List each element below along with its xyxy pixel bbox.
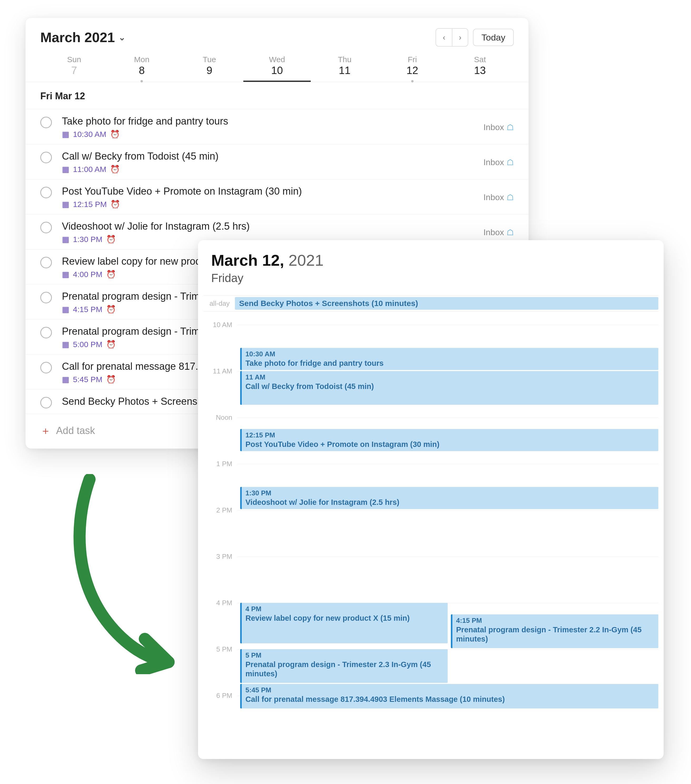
date-number: 12 [378, 64, 446, 76]
event-title: Take photo for fridge and pantry tours [245, 359, 655, 368]
calendar-icon: ▦ [62, 375, 69, 384]
weekday-label: Tue [176, 55, 243, 64]
hour-label: 1 PM [198, 460, 232, 468]
task-time: 11:00 AM [73, 165, 106, 174]
hour-label: 3 PM [198, 552, 232, 561]
week-day[interactable]: Sun7 [40, 54, 108, 82]
hour-gridline [237, 510, 658, 511]
calendar-event[interactable]: 5 PMPrenatal program design - Trimester … [240, 649, 448, 683]
section-date-label: Fri Mar 12 [26, 82, 528, 109]
calendar-event[interactable]: 10:30 AMTake photo for fridge and pantry… [240, 348, 658, 370]
task-checkbox[interactable] [40, 362, 52, 374]
task-checkbox[interactable] [40, 152, 52, 163]
calendar-event[interactable]: 4:15 PMPrenatal program design - Trimest… [451, 614, 658, 648]
task-project[interactable]: Inbox☖ [484, 227, 514, 237]
task-checkbox[interactable] [40, 257, 52, 268]
inbox-tray-icon: ☖ [507, 193, 514, 202]
calendar-grid[interactable]: 10 AM11 AMNoon1 PM2 PM3 PM4 PM5 PM6 PM10… [198, 317, 664, 759]
calendar-date-year: 2021 [284, 252, 324, 269]
week-day[interactable]: Tue9 [176, 54, 243, 82]
task-body: Take photo for fridge and pantry tours▦1… [62, 115, 478, 139]
calendar-weekday: Friday [211, 272, 650, 285]
alarm-icon: ⏰ [106, 270, 116, 279]
calendar-icon: ▦ [62, 305, 69, 314]
calendar-icon: ▦ [62, 165, 69, 174]
calendar-event[interactable]: 11 AMCall w/ Becky from Todoist (45 min) [240, 371, 658, 405]
task-time: 1:30 PM [73, 235, 102, 244]
hour-label: 10 AM [198, 321, 232, 329]
event-title: Call w/ Becky from Todoist (45 min) [245, 382, 655, 391]
date-number: 7 [40, 64, 108, 76]
event-time: 5:45 PM [245, 686, 655, 694]
next-week-button[interactable]: › [452, 29, 468, 46]
week-day[interactable]: Fri12 [378, 54, 446, 82]
calendar-icon: ▦ [62, 199, 69, 209]
task-title: Call w/ Becky from Todoist (45 min) [62, 151, 478, 162]
task-checkbox[interactable] [40, 187, 52, 198]
inbox-tray-icon: ☖ [507, 123, 514, 132]
calendar-header: March 12, 2021 Friday [198, 240, 664, 290]
month-title: March 2021 [40, 30, 115, 45]
event-title: Post YouTube Video + Promote on Instagra… [245, 440, 655, 449]
task-checkbox[interactable] [40, 327, 52, 338]
task-checkbox[interactable] [40, 397, 52, 408]
calendar-event[interactable]: 5:45 PMCall for prenatal message 817.394… [240, 684, 658, 708]
calendar-event[interactable]: 12:15 PMPost YouTube Video + Promote on … [240, 429, 658, 451]
task-time: 4:15 PM [73, 305, 102, 314]
task-time: 4:00 PM [73, 270, 102, 279]
task-title: Videoshoot w/ Jolie for Instagram (2.5 h… [62, 221, 478, 232]
event-time: 12:15 PM [245, 431, 655, 439]
event-time: 10:30 AM [245, 350, 655, 358]
add-task-label: Add task [56, 425, 95, 436]
month-selector[interactable]: March 2021 ⌄ [40, 30, 126, 45]
event-title: Prenatal program design - Trimester 2.2 … [456, 625, 655, 644]
calendar-icon: ▦ [62, 270, 69, 279]
hour-label: Noon [198, 413, 232, 422]
task-meta: ▦11:00 AM⏰ [62, 165, 478, 174]
all-day-event[interactable]: Send Becky Photos + Screenshots (10 minu… [235, 297, 658, 310]
event-time: 5 PM [245, 651, 444, 659]
calendar-event[interactable]: 4 PMReview label copy for new product X … [240, 603, 448, 643]
weekday-label: Sat [446, 55, 514, 64]
task-row[interactable]: Take photo for fridge and pantry tours▦1… [26, 109, 528, 144]
hour-gridline [237, 417, 658, 418]
hour-label: 5 PM [198, 645, 232, 653]
calendar-event[interactable]: 1:30 PMVideoshoot w/ Jolie for Instagram… [240, 487, 658, 509]
week-day[interactable]: Thu11 [311, 54, 378, 82]
week-day[interactable]: Sat13 [446, 54, 514, 82]
task-checkbox[interactable] [40, 222, 52, 233]
inbox-tray-icon: ☖ [507, 228, 514, 237]
date-number: 10 [243, 64, 311, 76]
week-day[interactable]: Mon8 [108, 54, 176, 82]
weekday-label: Wed [243, 55, 311, 64]
today-button[interactable]: Today [473, 29, 514, 46]
task-time: 5:00 PM [73, 340, 102, 349]
task-meta: ▦10:30 AM⏰ [62, 130, 478, 139]
event-time: 4:15 PM [456, 616, 655, 625]
week-day[interactable]: Wed10 [243, 54, 311, 82]
task-checkbox[interactable] [40, 292, 52, 303]
task-project[interactable]: Inbox☖ [484, 193, 514, 202]
task-row[interactable]: Post YouTube Video + Promote on Instagra… [26, 180, 528, 214]
task-project[interactable]: Inbox☖ [484, 158, 514, 167]
plus-icon: ＋ [40, 423, 51, 438]
calendar-icon: ▦ [62, 130, 69, 139]
todoist-header: March 2021 ⌄ ‹ › Today [26, 28, 528, 47]
all-day-row: all-day Send Becky Photos + Screenshots … [203, 295, 658, 311]
event-title: Prenatal program design - Trimester 2.3 … [245, 660, 444, 679]
alarm-icon: ⏰ [106, 305, 116, 314]
date-number: 8 [108, 64, 176, 76]
event-title: Call for prenatal message 817.394.4903 E… [245, 695, 655, 704]
alarm-icon: ⏰ [110, 199, 120, 209]
date-number: 13 [446, 64, 514, 76]
calendar-date: March 12, 2021 [211, 251, 650, 269]
calendar-icon: ▦ [62, 235, 69, 244]
task-checkbox[interactable] [40, 117, 52, 128]
weekday-label: Sun [40, 55, 108, 64]
prev-week-button[interactable]: ‹ [436, 29, 452, 46]
task-row[interactable]: Call w/ Becky from Todoist (45 min)▦11:0… [26, 144, 528, 180]
task-body: Call w/ Becky from Todoist (45 min)▦11:0… [62, 151, 478, 174]
project-label: Inbox [484, 122, 504, 132]
task-title: Post YouTube Video + Promote on Instagra… [62, 186, 478, 197]
task-project[interactable]: Inbox☖ [484, 122, 514, 132]
